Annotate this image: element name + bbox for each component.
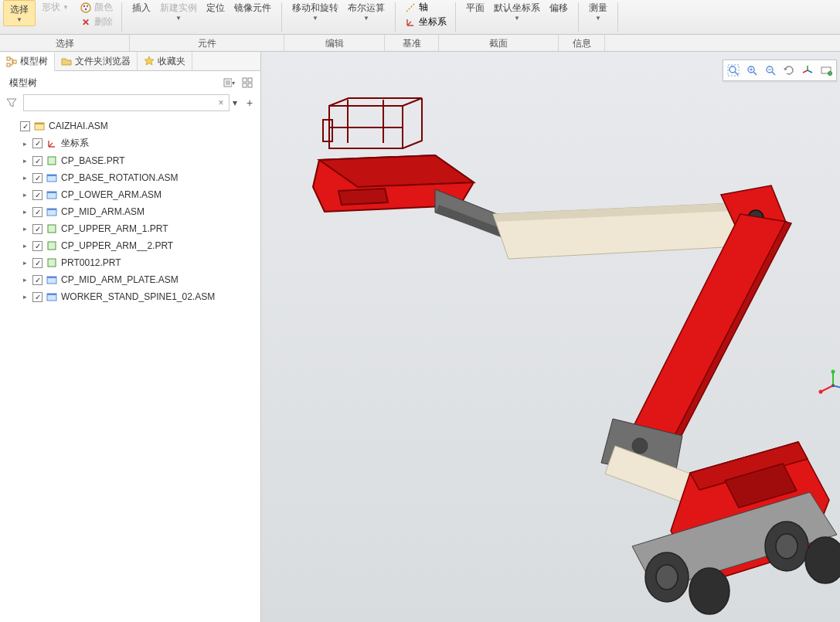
tree-item[interactable]: ▸✓CP_MID_ARM.ASM bbox=[6, 203, 257, 220]
newinstance-button[interactable]: 新建实例▼ bbox=[155, 0, 202, 23]
boolean-label: 布尔运算 bbox=[348, 2, 385, 15]
plane-label: 平面 bbox=[466, 2, 485, 15]
tab-model-tree[interactable]: 模型树 bbox=[0, 53, 55, 71]
svg-point-59 bbox=[805, 537, 840, 583]
checkbox[interactable]: ✓ bbox=[32, 275, 43, 285]
checkbox[interactable]: ✓ bbox=[32, 156, 43, 166]
plane-button[interactable]: 平面 bbox=[461, 0, 489, 16]
tree-item[interactable]: ▸✓CP_BASE.PRT bbox=[6, 152, 257, 169]
group-label-select: 选择 bbox=[0, 35, 130, 51]
svg-point-63 bbox=[819, 390, 823, 394]
group-label-datum: 基准 bbox=[385, 35, 439, 51]
newinstance-label: 新建实例 bbox=[160, 2, 197, 15]
part-icon bbox=[46, 155, 58, 167]
tree-item-label: CP_LOWER_ARM.ASM bbox=[61, 189, 162, 200]
checkbox[interactable]: ✓ bbox=[32, 138, 43, 148]
expand-icon[interactable]: ▸ bbox=[20, 174, 29, 182]
sidebar-tools: ▾ bbox=[222, 76, 254, 90]
tree-filter-input[interactable] bbox=[23, 94, 230, 111]
expand-icon[interactable]: ▸ bbox=[20, 293, 29, 301]
checkbox[interactable]: ✓ bbox=[32, 224, 43, 234]
filter-dropdown-button[interactable]: ▾ bbox=[230, 97, 240, 108]
svg-rect-18 bbox=[35, 123, 44, 124]
tree-layout-button[interactable] bbox=[240, 76, 254, 90]
mirror-button[interactable]: 镜像元件 bbox=[230, 0, 276, 16]
measure-button[interactable]: 测量▼ bbox=[584, 0, 612, 23]
expand-icon[interactable]: ▸ bbox=[20, 242, 29, 250]
locate-label: 定位 bbox=[206, 2, 225, 15]
group-label-edit: 编辑 bbox=[284, 35, 385, 51]
select-button[interactable]: 选择 ▼ bbox=[3, 0, 36, 26]
svg-point-3 bbox=[85, 8, 87, 9]
add-filter-button[interactable]: + bbox=[243, 97, 256, 109]
locate-button[interactable]: 定位 bbox=[202, 0, 230, 16]
color-button[interactable]: 颜色 bbox=[77, 0, 116, 15]
chevron-down-icon: ▼ bbox=[63, 4, 69, 11]
group-label-section: 截面 bbox=[439, 35, 559, 51]
checkbox[interactable]: ✓ bbox=[32, 241, 43, 251]
svg-marker-8 bbox=[145, 56, 154, 65]
delete-label: 删除 bbox=[94, 15, 113, 29]
ribbon-group-component: 插入 新建实例▼ 定位 镜像元件 bbox=[124, 0, 279, 34]
tree-item[interactable]: ▸✓坐标系 bbox=[6, 134, 257, 152]
shape-button[interactable]: 形状 ▼ bbox=[39, 0, 72, 15]
expand-icon[interactable]: ▸ bbox=[20, 225, 29, 233]
assembly-icon bbox=[46, 291, 58, 303]
checkbox[interactable]: ✓ bbox=[32, 292, 43, 302]
expand-icon[interactable]: ▸ bbox=[20, 157, 29, 165]
chevron-down-icon: ▼ bbox=[514, 15, 520, 22]
moverotate-button[interactable]: 移动和旋转▼ bbox=[287, 0, 343, 23]
tree-root[interactable]: ✓ CAIZHAI.ASM bbox=[6, 117, 257, 134]
tree-item[interactable]: ▸✓CP_UPPER_ARM__2.PRT bbox=[6, 237, 257, 254]
checkbox[interactable]: ✓ bbox=[32, 173, 43, 183]
tree-options-button[interactable]: ▾ bbox=[222, 76, 236, 90]
group-label-info: 信息 bbox=[559, 35, 605, 51]
tab-folder-browser[interactable]: 文件夹浏览器 bbox=[55, 52, 138, 70]
checkbox[interactable]: ✓ bbox=[32, 190, 43, 200]
expand-icon[interactable]: ▸ bbox=[20, 259, 29, 267]
svg-rect-7 bbox=[13, 60, 16, 63]
tree-item[interactable]: ▸✓CP_UPPER_ARM_1.PRT bbox=[6, 220, 257, 237]
tree-item[interactable]: ▸✓PRT0012.PRT bbox=[6, 254, 257, 271]
expand-icon[interactable]: ▸ bbox=[20, 140, 29, 148]
svg-rect-21 bbox=[47, 175, 56, 176]
svg-rect-5 bbox=[7, 57, 10, 60]
separator bbox=[281, 2, 282, 32]
color-label: 颜色 bbox=[94, 1, 113, 14]
defcoord-button[interactable]: 默认坐标系▼ bbox=[489, 0, 545, 23]
ribbon-group-select: 选择 ▼ 形状 ▼ 颜色 ✕ 删除 bbox=[0, 0, 119, 34]
sidebar-header: 模型树 ▾ bbox=[0, 71, 260, 93]
insert-button[interactable]: 插入 bbox=[128, 0, 155, 16]
color-delete-col: 颜色 ✕ 删除 bbox=[77, 0, 116, 29]
checkbox[interactable]: ✓ bbox=[20, 121, 30, 131]
clear-filter-button[interactable]: × bbox=[216, 97, 226, 108]
tree-item-label: CP_BASE_ROTATION.ASM bbox=[61, 172, 179, 183]
part-icon bbox=[46, 240, 58, 252]
boolean-button[interactable]: 布尔运算▼ bbox=[343, 0, 389, 23]
axis-button[interactable]: 轴 bbox=[401, 0, 450, 15]
svg-rect-26 bbox=[48, 225, 56, 233]
coord-button[interactable]: 坐标系 bbox=[401, 15, 450, 29]
assembly-icon bbox=[46, 172, 58, 184]
tree-item[interactable]: ▸✓CP_BASE_ROTATION.ASM bbox=[6, 169, 257, 186]
chevron-down-icon: ▼ bbox=[16, 16, 22, 23]
expand-icon[interactable]: ▸ bbox=[20, 208, 29, 216]
tree-item[interactable]: ▸✓CP_LOWER_ARM.ASM bbox=[6, 186, 257, 203]
expand-icon[interactable]: ▸ bbox=[20, 191, 29, 199]
checkbox[interactable]: ✓ bbox=[32, 207, 43, 217]
svg-rect-27 bbox=[48, 242, 56, 250]
tree-item[interactable]: ▸✓WORKER_STAND_SPINE1_02.ASM bbox=[6, 288, 257, 305]
svg-rect-13 bbox=[243, 78, 247, 82]
checkbox[interactable]: ✓ bbox=[32, 258, 43, 268]
delete-button[interactable]: ✕ 删除 bbox=[77, 15, 116, 29]
tree-item[interactable]: ▸✓CP_MID_ARM_PLATE.ASM bbox=[6, 271, 257, 288]
tab-favorites[interactable]: 收藏夹 bbox=[138, 52, 192, 70]
part-icon bbox=[46, 257, 58, 269]
separator bbox=[578, 2, 579, 32]
expand-icon[interactable]: ▸ bbox=[20, 276, 29, 284]
axis-label: 轴 bbox=[419, 1, 428, 14]
offset-button[interactable]: 偏移 bbox=[545, 0, 573, 16]
separator bbox=[455, 2, 456, 32]
separator bbox=[121, 2, 122, 32]
viewport-3d[interactable] bbox=[261, 52, 840, 622]
